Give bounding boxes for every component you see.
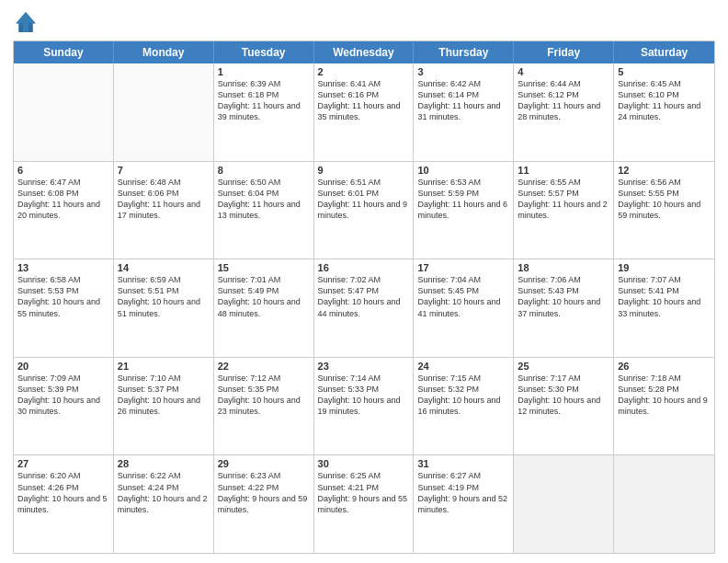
calendar-cell: 14Sunrise: 6:59 AM Sunset: 5:51 PM Dayli…: [114, 259, 214, 357]
calendar-cell: 5Sunrise: 6:45 AM Sunset: 6:10 PM Daylig…: [614, 63, 714, 161]
day-content: Sunrise: 6:53 AM Sunset: 5:59 PM Dayligh…: [417, 177, 509, 222]
day-number: 24: [417, 361, 509, 372]
calendar-body: 1Sunrise: 6:39 AM Sunset: 6:18 PM Daylig…: [14, 63, 714, 553]
calendar-week-row: 20Sunrise: 7:09 AM Sunset: 5:39 PM Dayli…: [14, 357, 714, 455]
calendar-header-cell: Saturday: [614, 41, 714, 63]
calendar-week-row: 27Sunrise: 6:20 AM Sunset: 4:26 PM Dayli…: [14, 454, 714, 553]
day-number: 9: [318, 165, 410, 176]
day-number: 12: [618, 165, 711, 176]
calendar-cell-empty: [14, 63, 114, 161]
day-content: Sunrise: 6:51 AM Sunset: 6:01 PM Dayligh…: [318, 177, 410, 222]
calendar-cell: 8Sunrise: 6:50 AM Sunset: 6:04 PM Daylig…: [214, 162, 314, 259]
day-content: Sunrise: 7:01 AM Sunset: 5:49 PM Dayligh…: [218, 274, 310, 319]
day-number: 2: [318, 66, 410, 77]
calendar-cell: 19Sunrise: 7:07 AM Sunset: 5:41 PM Dayli…: [614, 259, 714, 357]
calendar-cell: 27Sunrise: 6:20 AM Sunset: 4:26 PM Dayli…: [14, 455, 114, 553]
day-content: Sunrise: 6:23 AM Sunset: 4:22 PM Dayligh…: [218, 470, 310, 515]
day-content: Sunrise: 6:39 AM Sunset: 6:18 PM Dayligh…: [218, 78, 310, 123]
day-content: Sunrise: 6:56 AM Sunset: 5:55 PM Dayligh…: [618, 177, 711, 222]
calendar-cell: 18Sunrise: 7:06 AM Sunset: 5:43 PM Dayli…: [514, 259, 614, 357]
day-content: Sunrise: 6:59 AM Sunset: 5:51 PM Dayligh…: [118, 274, 210, 319]
calendar-cell: 20Sunrise: 7:09 AM Sunset: 5:39 PM Dayli…: [14, 358, 114, 455]
day-number: 14: [118, 262, 210, 273]
calendar-cell: 17Sunrise: 7:04 AM Sunset: 5:45 PM Dayli…: [414, 259, 514, 357]
day-content: Sunrise: 7:10 AM Sunset: 5:37 PM Dayligh…: [118, 373, 210, 418]
calendar-week-row: 6Sunrise: 6:47 AM Sunset: 6:08 PM Daylig…: [14, 161, 714, 259]
calendar-cell: 28Sunrise: 6:22 AM Sunset: 4:24 PM Dayli…: [114, 455, 214, 553]
calendar-cell: 11Sunrise: 6:55 AM Sunset: 5:57 PM Dayli…: [514, 162, 614, 259]
calendar-cell: 31Sunrise: 6:27 AM Sunset: 4:19 PM Dayli…: [414, 455, 514, 553]
calendar-header-cell: Thursday: [414, 41, 514, 63]
day-number: 8: [218, 165, 310, 176]
calendar-cell: 13Sunrise: 6:58 AM Sunset: 5:53 PM Dayli…: [14, 259, 114, 357]
day-content: Sunrise: 6:55 AM Sunset: 5:57 PM Dayligh…: [518, 177, 609, 222]
calendar-header-cell: Wednesday: [314, 41, 415, 63]
calendar-cell: 15Sunrise: 7:01 AM Sunset: 5:49 PM Dayli…: [214, 259, 314, 357]
day-content: Sunrise: 6:58 AM Sunset: 5:53 PM Dayligh…: [17, 274, 109, 319]
day-content: Sunrise: 6:50 AM Sunset: 6:04 PM Dayligh…: [218, 177, 310, 222]
day-number: 21: [118, 361, 210, 372]
day-content: Sunrise: 6:44 AM Sunset: 6:12 PM Dayligh…: [518, 78, 609, 123]
day-content: Sunrise: 6:41 AM Sunset: 6:16 PM Dayligh…: [318, 78, 410, 123]
day-content: Sunrise: 6:42 AM Sunset: 6:14 PM Dayligh…: [417, 78, 509, 123]
day-number: 11: [518, 165, 609, 176]
day-number: 16: [318, 262, 410, 273]
calendar-cell: 24Sunrise: 7:15 AM Sunset: 5:32 PM Dayli…: [414, 358, 514, 455]
day-number: 3: [417, 66, 509, 77]
calendar-cell: 6Sunrise: 6:47 AM Sunset: 6:08 PM Daylig…: [14, 162, 114, 259]
calendar-cell: 4Sunrise: 6:44 AM Sunset: 6:12 PM Daylig…: [514, 63, 614, 161]
day-content: Sunrise: 7:14 AM Sunset: 5:33 PM Dayligh…: [318, 373, 410, 418]
logo-icon: [13, 9, 39, 35]
day-content: Sunrise: 6:20 AM Sunset: 4:26 PM Dayligh…: [17, 470, 109, 515]
calendar-cell: 30Sunrise: 6:25 AM Sunset: 4:21 PM Dayli…: [314, 455, 415, 553]
logo: [13, 9, 42, 35]
calendar-cell-empty: [514, 455, 614, 553]
page: SundayMondayTuesdayWednesdayThursdayFrid…: [0, 0, 728, 563]
day-number: 20: [17, 361, 109, 372]
calendar-cell: 12Sunrise: 6:56 AM Sunset: 5:55 PM Dayli…: [614, 162, 714, 259]
day-content: Sunrise: 6:22 AM Sunset: 4:24 PM Dayligh…: [118, 470, 210, 515]
day-number: 22: [218, 361, 310, 372]
day-number: 23: [318, 361, 410, 372]
calendar-header-cell: Friday: [514, 41, 614, 63]
calendar-header-cell: Sunday: [14, 41, 114, 63]
calendar-cell: 29Sunrise: 6:23 AM Sunset: 4:22 PM Dayli…: [214, 455, 314, 553]
day-content: Sunrise: 6:45 AM Sunset: 6:10 PM Dayligh…: [618, 78, 711, 123]
day-number: 30: [318, 458, 410, 469]
day-content: Sunrise: 7:04 AM Sunset: 5:45 PM Dayligh…: [417, 274, 509, 319]
header: [13, 9, 715, 35]
day-content: Sunrise: 7:02 AM Sunset: 5:47 PM Dayligh…: [318, 274, 410, 319]
day-number: 31: [417, 458, 509, 469]
day-content: Sunrise: 7:17 AM Sunset: 5:30 PM Dayligh…: [518, 373, 609, 418]
calendar-header-row: SundayMondayTuesdayWednesdayThursdayFrid…: [14, 41, 714, 63]
day-number: 17: [417, 262, 509, 273]
calendar-cell: 3Sunrise: 6:42 AM Sunset: 6:14 PM Daylig…: [414, 63, 514, 161]
day-number: 19: [618, 262, 711, 273]
day-content: Sunrise: 7:06 AM Sunset: 5:43 PM Dayligh…: [518, 274, 609, 319]
calendar-cell: 7Sunrise: 6:48 AM Sunset: 6:06 PM Daylig…: [114, 162, 214, 259]
calendar-cell: 25Sunrise: 7:17 AM Sunset: 5:30 PM Dayli…: [514, 358, 614, 455]
day-content: Sunrise: 7:09 AM Sunset: 5:39 PM Dayligh…: [17, 373, 109, 418]
calendar-cell: 16Sunrise: 7:02 AM Sunset: 5:47 PM Dayli…: [314, 259, 415, 357]
day-content: Sunrise: 6:48 AM Sunset: 6:06 PM Dayligh…: [118, 177, 210, 222]
day-number: 1: [218, 66, 310, 77]
calendar-cell: 1Sunrise: 6:39 AM Sunset: 6:18 PM Daylig…: [214, 63, 314, 161]
calendar-cell: 9Sunrise: 6:51 AM Sunset: 6:01 PM Daylig…: [314, 162, 415, 259]
calendar-week-row: 13Sunrise: 6:58 AM Sunset: 5:53 PM Dayli…: [14, 259, 714, 357]
day-number: 26: [618, 361, 711, 372]
day-number: 5: [618, 66, 711, 77]
day-content: Sunrise: 7:15 AM Sunset: 5:32 PM Dayligh…: [417, 373, 509, 418]
day-number: 13: [17, 262, 109, 273]
calendar-cell: 23Sunrise: 7:14 AM Sunset: 5:33 PM Dayli…: [314, 358, 415, 455]
day-number: 6: [17, 165, 109, 176]
day-number: 18: [518, 262, 609, 273]
calendar-cell: 26Sunrise: 7:18 AM Sunset: 5:28 PM Dayli…: [614, 358, 714, 455]
day-number: 28: [118, 458, 210, 469]
day-number: 10: [417, 165, 509, 176]
calendar: SundayMondayTuesdayWednesdayThursdayFrid…: [13, 40, 715, 554]
calendar-cell: 10Sunrise: 6:53 AM Sunset: 5:59 PM Dayli…: [414, 162, 514, 259]
calendar-cell: 21Sunrise: 7:10 AM Sunset: 5:37 PM Dayli…: [114, 358, 214, 455]
day-content: Sunrise: 6:25 AM Sunset: 4:21 PM Dayligh…: [318, 470, 410, 515]
day-content: Sunrise: 6:47 AM Sunset: 6:08 PM Dayligh…: [17, 177, 109, 222]
calendar-header-cell: Monday: [114, 41, 214, 63]
